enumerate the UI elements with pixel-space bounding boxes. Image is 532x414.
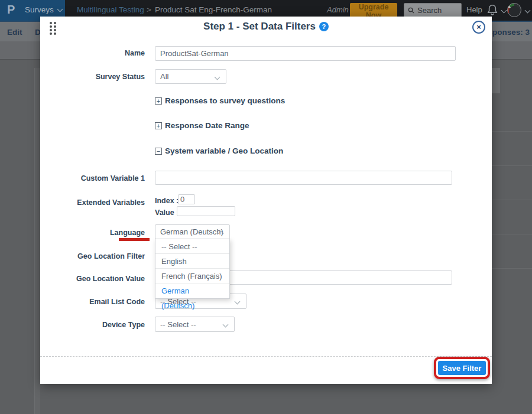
extended-variables-label: Extended Variables [46, 198, 145, 207]
annotation-red-underline [119, 238, 150, 241]
geo-location-value-label: Geo Location Value [46, 275, 145, 283]
geo-location-filter-label: Geo Location Filter [46, 252, 145, 260]
background-row-divider [492, 268, 532, 269]
language-option-selected[interactable]: German (Deutsch) [155, 283, 229, 298]
footer-divider [40, 356, 492, 357]
admin-label: Admin [327, 5, 349, 14]
breadcrumb-link[interactable]: Multilingual Testing [77, 5, 144, 14]
expand-icon: + [155, 122, 162, 129]
background-card [492, 68, 500, 93]
upgrade-now-button[interactable]: Upgrade Now [350, 3, 397, 18]
chevron-down-icon [57, 6, 63, 12]
tab-edit[interactable]: Edit [7, 28, 22, 37]
nav-surveys-label: Surveys [25, 5, 54, 14]
save-filter-button[interactable]: Save Filter [438, 361, 486, 375]
chevron-down-icon [223, 322, 229, 328]
close-icon[interactable]: × [472, 21, 485, 34]
background-row-divider [492, 234, 532, 234]
email-list-code-label: Email List Code [46, 298, 145, 306]
name-input[interactable] [155, 46, 456, 61]
search-placeholder: Search [417, 6, 442, 15]
index-label: Index : [155, 197, 179, 205]
set-data-filters-dialog: Step 1 - Set Data Filters? × Name Survey… [40, 17, 492, 384]
app-page: P Surveys Multilingual Testing > Product… [0, 0, 532, 414]
language-label: Language [46, 229, 145, 237]
breadcrumb-current: Product Sat Eng-French-German [155, 5, 272, 14]
device-type-select[interactable]: -- Select -- [155, 317, 235, 332]
account-avatar[interactable] [507, 3, 521, 17]
background-row-divider [492, 200, 532, 200]
search-input[interactable]: Search [404, 3, 462, 18]
value-label: Value : [155, 208, 179, 217]
index-input[interactable] [178, 194, 195, 204]
device-type-label: Device Type [46, 321, 145, 329]
language-dropdown-list: -- Select -- English French (Français) G… [155, 239, 230, 299]
section-response-date-range[interactable]: +Response Date Range [155, 121, 249, 130]
value-input[interactable] [177, 206, 235, 216]
background-row-divider [492, 165, 532, 166]
language-option[interactable]: French (Français) [155, 269, 229, 283]
survey-status-label: Survey Status [46, 73, 145, 81]
search-icon [408, 7, 414, 14]
chevron-down-icon [215, 74, 220, 80]
section-system-variable-geo[interactable]: −System variable / Geo Location [155, 146, 283, 155]
section-responses-to-questions[interactable]: +Responses to survey questions [155, 96, 285, 105]
background-row-divider [492, 131, 532, 132]
help-link[interactable]: Help [466, 5, 482, 14]
expand-icon: + [155, 97, 162, 105]
custom-variable-input[interactable] [155, 171, 452, 185]
custom-variable-label: Custom Variable 1 [46, 174, 145, 182]
chevron-down-icon [235, 299, 241, 305]
nav-surveys-menu[interactable]: Surveys [25, 5, 62, 14]
annotation-red-ring: Save Filter [434, 357, 490, 379]
dialog-title: Step 1 - Set Data Filters? [40, 21, 492, 32]
collapse-icon: − [155, 148, 162, 155]
language-option[interactable]: -- Select -- [155, 239, 229, 254]
background-panel-edge [34, 68, 40, 414]
help-icon[interactable]: ? [319, 22, 329, 31]
language-select[interactable]: German (Deutsch) [155, 224, 230, 239]
chevron-down-icon[interactable] [525, 8, 531, 14]
language-option[interactable]: English [155, 254, 229, 269]
breadcrumb-separator: > [147, 5, 151, 14]
questionpro-logo[interactable]: P [7, 3, 15, 17]
name-label: Name [46, 49, 145, 57]
chevron-down-icon[interactable] [501, 8, 507, 14]
survey-status-select[interactable]: All [155, 69, 226, 84]
